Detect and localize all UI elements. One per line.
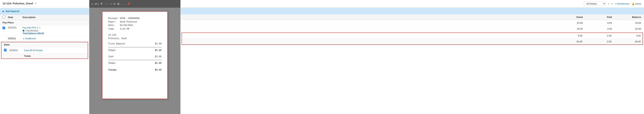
parties-dropdown-icon[interactable]: ▾ xyxy=(611,3,612,5)
change-line: Change: $0.00 xyxy=(108,68,162,72)
receipt-line: Receipt: GCDA -100000006 xyxy=(108,17,162,20)
classification-icon xyxy=(22,30,24,32)
pay-plan-desc: Pay Plan PP2-1 ↗ Classification: Total B… xyxy=(22,26,86,35)
payor-line: Payor: Gond Polonius xyxy=(108,20,162,24)
installment-desc[interactable]: ↳ Installment xyxy=(22,37,86,40)
bails-link[interactable]: Cash $5.00 Posted xyxy=(24,49,43,52)
pdf-content-area: Receipt: GCDA -100000006 Payor: Gond Pol… xyxy=(89,8,180,114)
pdf-zoom-out-icon[interactable]: − xyxy=(107,3,109,5)
right-totals-paid: 2.00 xyxy=(582,40,612,43)
right-installment-paid: 0.00 xyxy=(583,27,612,30)
pdf-toolbar: 1 of 1 🔍 − + ⟳ ⊞ ... 📌 xyxy=(89,0,180,8)
receipt-value: GCDA -100000006 xyxy=(120,17,140,20)
alerts-button[interactable]: 🔔 Alerts xyxy=(632,2,641,5)
pdf-viewer-panel: 1 of 1 🔍 − + ⟳ ⊞ ... 📌 Receipt: GCDA -10… xyxy=(89,0,180,114)
right-bails-section: 5.00 2.00 3.00 30.00 2.00 28.00 xyxy=(182,33,643,45)
pdf-toolbar-separator2 xyxy=(125,2,125,6)
receipt-header: Receipt: GCDA -100000006 Payor: Gond Pol… xyxy=(108,17,162,31)
header-desc-col: Description xyxy=(22,16,86,19)
total1-line: Total: $2.00 xyxy=(108,48,162,53)
installment-row: 02/5/21 ↳ Installment xyxy=(0,36,89,41)
receipt-divider1 xyxy=(108,47,162,47)
date-line: Date: 01/26/2021 xyxy=(108,24,162,27)
right-header-paid: Paid xyxy=(583,16,612,19)
totals-row: Totals xyxy=(2,54,88,58)
trust-deposit-line: Trust Deposit $2.00 xyxy=(108,42,162,46)
right-blue-bar xyxy=(180,8,644,14)
trust-deposit-value: $2.00 xyxy=(155,42,162,46)
receipt-key: Receipt: xyxy=(108,17,119,20)
bail-deposit-chevron-icon: ▶ xyxy=(2,10,4,13)
right-totals-row: 30.00 2.00 28.00 xyxy=(182,39,642,44)
time-line: Time: 4:42 PM xyxy=(108,27,162,31)
right-bails-data-row: 5.00 2.00 3.00 xyxy=(182,33,642,39)
right-bails-paid: 2.00 xyxy=(582,34,612,37)
bails-checkbox[interactable] xyxy=(4,49,6,51)
left-header: 12-124: Polonius, Gond ↗ xyxy=(0,0,89,7)
cash-section: Cash $2.00 Total: $2.00 xyxy=(108,55,162,65)
pay-plan-link[interactable]: Pay Plan PP2-1 ↗ xyxy=(22,27,40,29)
all-parties-select[interactable]: All Parties xyxy=(584,2,606,6)
right-pay-plan-paid: 0.00 xyxy=(583,22,612,24)
time-value: 4:42 PM xyxy=(120,27,129,31)
classification-label: Classification: xyxy=(26,29,39,32)
pdf-more-icon[interactable]: ... xyxy=(121,3,123,5)
total-balance-text: Total Balance 500.00 xyxy=(22,32,44,35)
receipt-case-info: 12-124 Polonius, Gond xyxy=(108,33,162,40)
right-totals-owed: 30.00 xyxy=(553,40,582,43)
change-label: Change: xyxy=(108,68,118,72)
clear-parties-icon[interactable]: × xyxy=(608,2,609,5)
right-pay-plan-balance: 25.00 xyxy=(612,22,641,24)
pay-plan-date: 01/22/21 xyxy=(8,26,22,29)
alerts-label: 🔔 Alerts xyxy=(632,2,641,5)
pdf-page: Receipt: GCDA -100000006 Payor: Gond Pol… xyxy=(102,11,168,99)
case-line2: Polonius, Gond xyxy=(108,37,162,40)
installment-date: 02/5/21 xyxy=(8,37,22,40)
change-section: Change: $0.00 xyxy=(108,68,162,72)
right-panel: All Parties × ▾ + Fee/Service 🔔 Alerts O… xyxy=(180,0,644,114)
payor-key: Payor: xyxy=(108,20,119,24)
pdf-zoom-in-icon[interactable]: + xyxy=(110,3,112,5)
pdf-view-icon[interactable]: ⊞ xyxy=(118,3,120,5)
pay-plan-row: 01/22/21 Pay Plan PP2-1 ↗ Classification… xyxy=(0,25,89,36)
installment-link[interactable]: ↳ Installment xyxy=(22,37,36,40)
header-checkbox[interactable] xyxy=(2,16,5,18)
pdf-page-number: 1 xyxy=(92,3,93,5)
bails-check-col[interactable] xyxy=(4,49,10,52)
right-table-header: Owed Paid Balance xyxy=(180,14,644,20)
left-panel: 12-124: Polonius, Gond ↗ ▶ Bail Deposit … xyxy=(0,0,89,114)
change-value: $0.00 xyxy=(155,68,162,72)
pdf-rotate-icon[interactable]: ⟳ xyxy=(114,3,116,5)
right-pay-plan-owed: 25.00 xyxy=(554,22,583,24)
receipt-divider2 xyxy=(108,60,162,60)
pdf-pin-icon[interactable]: 📌 xyxy=(127,2,130,5)
classification-row: Classification: xyxy=(22,29,86,32)
payor-value: Gond Polonius xyxy=(120,20,137,24)
time-key: Time: xyxy=(108,27,119,31)
right-installment-owed: 25.00 xyxy=(554,27,583,30)
right-bails-owed: 5.00 xyxy=(553,34,582,37)
bails-data-row: 01/25/21 Cash $5.00 Posted xyxy=(2,47,88,54)
date-key: Date: xyxy=(108,24,119,27)
right-bails-balance: 3.00 xyxy=(612,34,641,37)
total1-value: $2.00 xyxy=(155,49,162,52)
bail-deposit-label: Bail Deposit xyxy=(6,10,19,13)
bails-desc: Cash $5.00 Posted xyxy=(24,49,85,52)
pdf-search-icon[interactable]: 🔍 xyxy=(100,3,103,5)
cash-label: Cash xyxy=(108,55,114,58)
pay-plan-checkbox[interactable] xyxy=(2,27,5,29)
external-link-icon[interactable]: ↗ xyxy=(34,2,36,5)
right-installment-balance: 25.00 xyxy=(612,27,641,30)
right-totals-balance: 28.00 xyxy=(612,40,641,43)
bail-deposit-bar[interactable]: ▶ Bail Deposit xyxy=(0,8,89,15)
header-date-col: Date xyxy=(8,16,22,19)
total2-label: Total: xyxy=(108,62,116,65)
right-pay-plan-row: 25.00 0.00 25.00 xyxy=(180,20,644,26)
pay-plan-check-col[interactable] xyxy=(2,26,8,30)
total2-line: Total: $2.00 xyxy=(108,61,162,65)
case-title: 12-124: Polonius, Gond xyxy=(2,2,33,5)
fee-service-button[interactable]: + Fee/Service xyxy=(615,2,630,5)
right-header-owed: Owed xyxy=(554,16,583,19)
right-installment-row: 25.00 0.00 25.00 xyxy=(180,26,644,32)
right-header-balance: Balance xyxy=(612,16,641,19)
